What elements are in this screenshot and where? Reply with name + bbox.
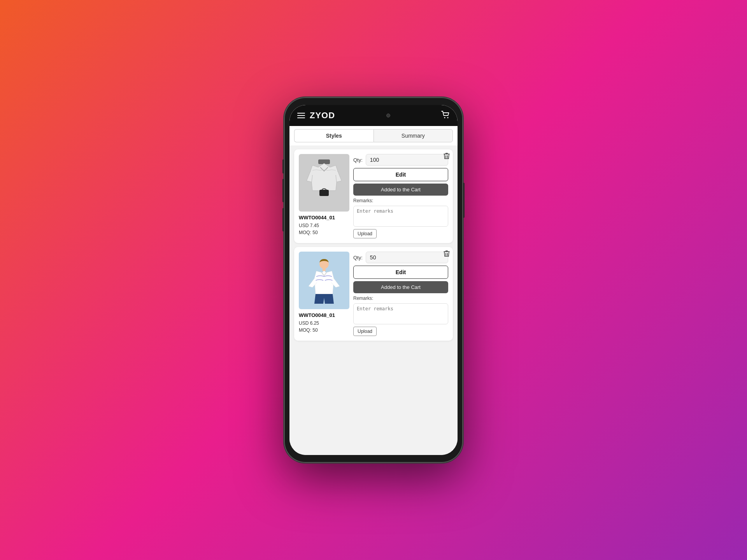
phone-screen: ZYOD Styles Summary (289, 105, 458, 455)
delete-button-2[interactable] (444, 250, 450, 259)
product-moq-1: MOQ: 50 (299, 230, 349, 235)
delete-button-1[interactable] (444, 152, 450, 161)
edit-button-1[interactable]: Edit (353, 168, 448, 181)
phone-mockup: ZYOD Styles Summary (284, 97, 463, 463)
remarks-label-1: Remarks: (353, 198, 448, 203)
left-col-2: WWTO0048_01 USD 6.25 MOQ: 50 (299, 252, 349, 336)
product-card-1: WWTO0044_01 USD 7.45 MOQ: 50 Qty: Edit A… (294, 149, 453, 243)
left-col-1: WWTO0044_01 USD 7.45 MOQ: 50 (299, 154, 349, 238)
app-logo: ZYOD (310, 110, 335, 121)
qty-label-2: Qty: (353, 255, 363, 261)
svg-point-0 (444, 117, 445, 118)
product-card-2: WWTO0048_01 USD 6.25 MOQ: 50 Qty: Edit A… (294, 247, 453, 341)
tab-bar: Styles Summary (289, 126, 458, 145)
product-code-1: WWTO0044_01 (299, 215, 349, 220)
camera-dot (386, 114, 390, 117)
product-image-2 (299, 252, 349, 309)
card-inner-1: WWTO0044_01 USD 7.45 MOQ: 50 Qty: Edit A… (299, 154, 448, 238)
cart-icon[interactable] (441, 111, 450, 121)
qty-row-2: Qty: (353, 252, 448, 263)
remarks-label-2: Remarks: (353, 296, 448, 301)
right-panel-2: Qty: Edit Added to the Cart Remarks: Upl… (353, 252, 448, 336)
edit-button-2[interactable]: Edit (353, 266, 448, 279)
remarks-input-2[interactable] (353, 303, 448, 324)
product-moq-2: MOQ: 50 (299, 327, 349, 333)
tab-styles[interactable]: Styles (294, 129, 374, 142)
remarks-input-1[interactable] (353, 206, 448, 227)
tab-summary[interactable]: Summary (374, 129, 453, 142)
product-code-2: WWTO0048_01 (299, 312, 349, 318)
upload-button-1[interactable]: Upload (353, 229, 377, 238)
card-inner-2: WWTO0048_01 USD 6.25 MOQ: 50 Qty: Edit A… (299, 252, 448, 336)
header-left: ZYOD (297, 110, 335, 121)
qty-input-2[interactable] (366, 252, 448, 263)
side-button-power (463, 183, 465, 218)
right-panel-1: Qty: Edit Added to the Cart Remarks: Upl… (353, 154, 448, 238)
added-to-cart-button-2[interactable]: Added to the Cart (353, 281, 448, 293)
hamburger-menu-icon[interactable] (297, 113, 305, 118)
side-button-volume-up (282, 179, 284, 202)
product-image-1 (299, 154, 349, 212)
upload-button-2[interactable]: Upload (353, 327, 377, 336)
product-price-2: USD 6.25 (299, 320, 349, 326)
qty-label-1: Qty: (353, 157, 363, 163)
side-button-volume-down (282, 208, 284, 231)
svg-point-1 (447, 117, 449, 118)
side-button-mute (282, 159, 284, 173)
svg-rect-3 (319, 190, 329, 196)
app-header: ZYOD (289, 105, 458, 126)
content-area: WWTO0044_01 USD 7.45 MOQ: 50 Qty: Edit A… (289, 145, 458, 455)
product-price-1: USD 7.45 (299, 223, 349, 228)
added-to-cart-button-1[interactable]: Added to the Cart (353, 184, 448, 196)
qty-row-1: Qty: (353, 154, 448, 166)
qty-input-1[interactable] (366, 154, 448, 166)
